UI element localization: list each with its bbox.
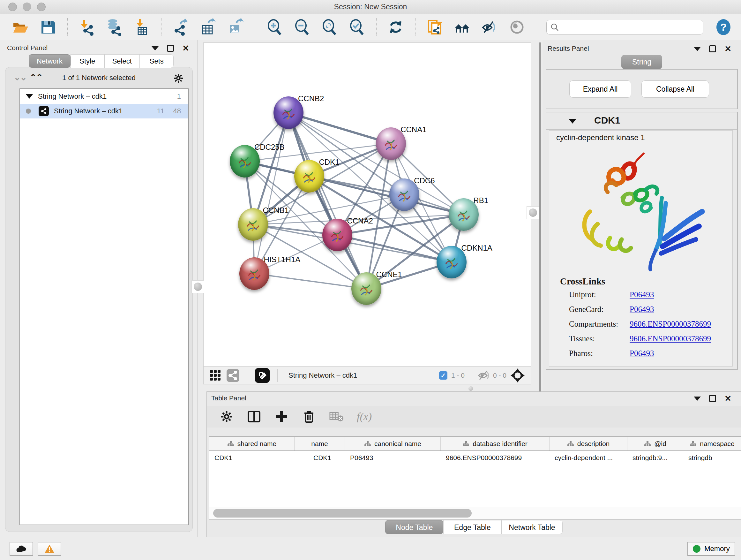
close-panel-icon[interactable]: ✕ — [724, 45, 731, 52]
network-edge[interactable] — [254, 273, 367, 289]
search-icon — [550, 23, 559, 31]
gene-collapse-caret[interactable] — [569, 119, 576, 124]
table-cell[interactable]: CDK1 — [294, 451, 345, 465]
table-row[interactable]: CDK1CDK1P064939606.ENSP00000378699cyclin… — [209, 451, 741, 465]
zoom-out-button[interactable] — [290, 17, 313, 37]
tab-select[interactable]: Select — [105, 54, 140, 68]
export-image-button[interactable] — [224, 17, 247, 37]
gene-header-row[interactable]: CDK1 — [546, 112, 737, 130]
save-session-button[interactable] — [37, 17, 59, 37]
control-panel-title: Control Panel — [7, 44, 48, 52]
fit-crosshair-icon[interactable] — [510, 368, 525, 383]
crosslink-link[interactable]: P06493 — [630, 349, 654, 358]
selected-nodes-checkbox[interactable]: ✓ — [439, 371, 448, 380]
collapse-all-button[interactable]: Collapse All — [642, 80, 709, 98]
tab-network-table[interactable]: Network Table — [501, 520, 562, 534]
home-button[interactable] — [451, 17, 474, 37]
tab-string[interactable]: String — [621, 55, 662, 69]
network-edge[interactable] — [254, 113, 288, 273]
column-header--id[interactable]: @id — [627, 437, 683, 450]
import-network-button[interactable] — [75, 17, 98, 37]
float-panel-icon[interactable] — [167, 45, 174, 52]
column-header-shared-name[interactable]: shared name — [209, 437, 294, 450]
birdseye-eye-icon — [509, 18, 526, 36]
results-panel-divider[interactable] — [539, 43, 541, 391]
grid-view-icon[interactable] — [209, 369, 221, 381]
table-cell[interactable]: CDK1 — [209, 451, 294, 465]
table-horizontal-scrollbar[interactable] — [209, 507, 741, 519]
table-cell[interactable]: 9606.ENSP00000378699 — [441, 451, 549, 465]
hide-show-button[interactable] — [478, 17, 501, 37]
crosslink-link[interactable]: 9606.ENSP00000378699 — [630, 334, 711, 343]
string-share-icon[interactable] — [226, 369, 239, 382]
search-input[interactable] — [561, 23, 699, 31]
export-network-button[interactable] — [169, 17, 192, 37]
table-cell[interactable]: cyclin-dependent ... — [549, 451, 627, 465]
tab-network[interactable]: Network — [29, 54, 71, 68]
zoom-selected-button[interactable] — [345, 17, 368, 37]
table-cell[interactable]: P06493 — [345, 451, 441, 465]
collapse-panel-icon[interactable] — [694, 47, 701, 51]
network-tree: String Network – cdk1 1 String Network –… — [19, 88, 189, 525]
network-collection-row[interactable]: String Network – cdk1 1 — [20, 89, 188, 104]
table-panel-controls: ✕ — [694, 395, 731, 402]
warning-status-button[interactable] — [38, 542, 61, 556]
float-panel-icon[interactable] — [709, 45, 716, 52]
tab-node-table[interactable]: Node Table — [385, 520, 443, 534]
right-splitter-handle[interactable] — [527, 206, 539, 219]
delete-column-button[interactable] — [302, 410, 316, 424]
close-panel-icon[interactable]: ✕ — [724, 395, 731, 402]
collapse-panel-icon[interactable] — [694, 396, 701, 401]
node-label-CCNE1: CCNE1 — [376, 270, 402, 279]
expand-all-button[interactable]: Expand All — [569, 80, 631, 98]
namespace-tree-icon — [462, 441, 469, 447]
delete-table-button[interactable] — [329, 410, 343, 424]
hidden-eye-icon[interactable] — [478, 371, 489, 380]
control-panel-tabs: NetworkStyleSelectSets — [29, 54, 174, 68]
table-cell[interactable]: stringdb:9... — [627, 451, 683, 465]
help-button[interactable]: ? — [715, 18, 732, 36]
open-session-button[interactable] — [9, 17, 32, 37]
crosslink-label: Uniprot: — [569, 290, 596, 299]
tab-sets[interactable]: Sets — [140, 54, 174, 68]
zoom-in-button[interactable] — [263, 17, 286, 37]
show-columns-button[interactable] — [247, 410, 261, 424]
column-header-name[interactable]: name — [294, 437, 345, 450]
collection-count: 1 — [177, 92, 188, 101]
function-builder-button[interactable]: f(x) — [357, 411, 372, 423]
zoom-fit-button[interactable] — [318, 17, 341, 37]
apply-style-button[interactable] — [384, 17, 407, 37]
float-panel-icon[interactable] — [709, 395, 716, 402]
crosslink-link[interactable]: P06493 — [630, 305, 654, 314]
column-header-description[interactable]: description — [549, 437, 627, 450]
add-column-button[interactable] — [274, 410, 288, 424]
network-edge[interactable] — [288, 113, 391, 143]
import-database-button[interactable] — [103, 17, 126, 37]
open-in-window-icon[interactable] — [255, 368, 270, 383]
crosslink-link[interactable]: P06493 — [630, 290, 654, 299]
close-panel-icon[interactable]: ✕ — [182, 45, 189, 52]
column-header-database-identifier[interactable]: database identifier — [441, 437, 549, 450]
left-splitter-handle[interactable] — [192, 280, 204, 293]
collapse-panel-icon[interactable] — [151, 46, 158, 51]
memory-button[interactable]: Memory — [687, 542, 735, 556]
table-cell[interactable]: stringdb — [683, 451, 741, 465]
import-table-button[interactable] — [130, 17, 153, 37]
table-settings-button[interactable] — [219, 410, 233, 424]
tab-edge-table[interactable]: Edge Table — [443, 520, 501, 534]
results-scrollbar[interactable] — [731, 130, 732, 367]
horizontal-splitter-handle[interactable] — [468, 386, 473, 391]
clone-network-button[interactable] — [423, 17, 446, 37]
tab-style[interactable]: Style — [71, 54, 105, 68]
network-view[interactable]: CCNB2CCNA1CDC25BCDK1CDC6RB1CCNB1CCNA2CDK… — [203, 43, 531, 384]
crosslink-link[interactable]: 9606.ENSP00000378699 — [630, 320, 711, 328]
scrollbar-thumb[interactable] — [213, 509, 472, 517]
birdseye-button[interactable] — [506, 17, 529, 37]
collection-expand-caret[interactable] — [26, 94, 33, 99]
export-table-button[interactable] — [197, 17, 219, 37]
column-header-namespace[interactable]: namespace — [683, 437, 741, 450]
network-row[interactable]: String Network – cdk1 11 48 — [20, 104, 188, 118]
cloud-status-button[interactable] — [10, 542, 33, 556]
column-header-canonical-name[interactable]: canonical name — [345, 437, 441, 450]
network-options-gear-icon[interactable] — [173, 72, 184, 85]
